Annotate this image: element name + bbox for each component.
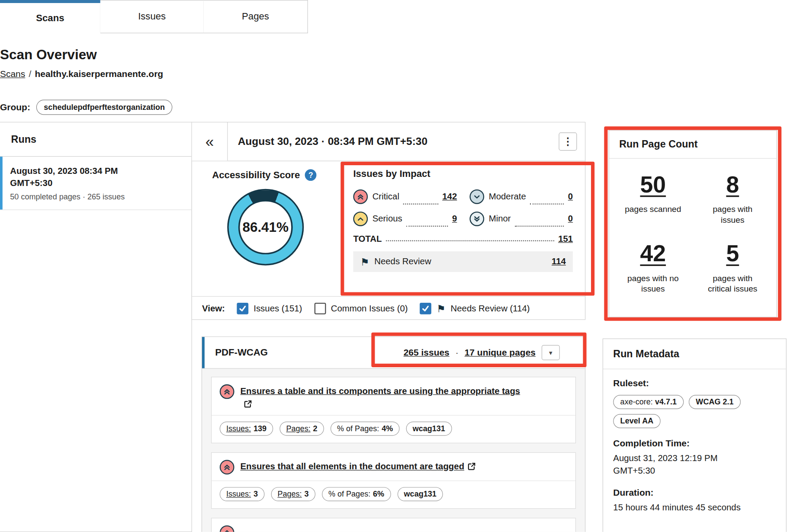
view-needs-review-option[interactable]: ⚑ Needs Review (114) <box>420 303 530 314</box>
total-count-link[interactable]: 151 <box>558 234 573 244</box>
view-issues-label: Issues (151) <box>254 303 302 314</box>
breadcrumb-separator: / <box>29 69 31 79</box>
issues-badge: Issues:3 <box>220 487 264 501</box>
page-head: Scan Overview Scans/healthy.kaiserperman… <box>0 47 163 80</box>
view-common-issues-option[interactable]: Common Issues (0) <box>314 303 408 314</box>
needs-review-checkbox[interactable] <box>420 303 432 314</box>
issues-badge-value: 3 <box>254 490 258 499</box>
view-label: View: <box>202 303 225 314</box>
runs-panel-title: Runs <box>0 122 192 157</box>
wcag-tag-value: wcag131 <box>413 424 445 433</box>
issues-count-link[interactable]: 265 issues <box>404 347 450 358</box>
chevron-down-icon: ▾ <box>549 349 552 356</box>
pages-no-issues-label: pages with no issues <box>621 273 685 295</box>
critical-icon <box>220 460 234 475</box>
run-metadata-panel: Run Metadata Ruleset: axe-core: v4.7.1 W… <box>603 339 787 532</box>
tab-pages[interactable]: Pages <box>203 0 308 33</box>
runs-panel: Runs August 30, 2023 08:34 PM GMT+5:30 5… <box>0 122 192 532</box>
tab-scans[interactable]: Scans <box>0 0 101 33</box>
wcag-tag-value: wcag131 <box>404 490 437 499</box>
chevron-double-left-icon: « <box>206 133 214 150</box>
breadcrumb-scans-link[interactable]: Scans <box>0 69 25 79</box>
dotted-leader <box>386 240 554 241</box>
tab-issues[interactable]: Issues <box>100 0 204 33</box>
wcag-tag-badge: wcag131 <box>397 487 443 501</box>
issues-by-impact-section: Issues by Impact Critical 142 <box>353 168 573 272</box>
run-list-item[interactable]: August 30, 2023 08:34 PM GMT+5:30 50 com… <box>0 157 192 210</box>
issues-badge-link[interactable]: Issues: <box>226 490 251 499</box>
tab-scans-label: Scans <box>36 13 64 24</box>
external-link-icon[interactable] <box>244 400 253 409</box>
view-issues-option[interactable]: Issues (151) <box>237 303 302 314</box>
unique-pages-link[interactable]: 17 unique pages <box>465 347 536 358</box>
serious-count-link[interactable]: 9 <box>452 213 457 224</box>
axe-core-version: v4.7.1 <box>655 397 677 406</box>
pages-scanned-link[interactable]: 50 <box>640 171 666 198</box>
completion-time-value: August 31, 2023 12:19 PM GMT+5:30 <box>613 452 754 478</box>
critical-count-link[interactable]: 142 <box>442 191 457 202</box>
ruleset-label: Ruleset: <box>613 378 776 389</box>
pages-no-issues-link[interactable]: 42 <box>640 240 666 267</box>
critical-icon <box>220 385 234 399</box>
moderate-label: Moderate <box>489 191 526 202</box>
common-issues-checkbox[interactable] <box>314 303 326 314</box>
minor-count-link[interactable]: 0 <box>568 213 573 224</box>
issues-badge: Issues:139 <box>220 422 273 436</box>
kebab-icon: ⋮ <box>563 135 573 147</box>
issues-badge-link[interactable]: Issues: <box>226 424 251 433</box>
tabbar: Scans Issues Pages <box>0 0 308 33</box>
run-actions-menu-button[interactable]: ⋮ <box>559 132 577 151</box>
pages-badge: Pages:3 <box>271 487 315 501</box>
moderate-count-link[interactable]: 0 <box>568 191 573 202</box>
run-item-subtitle: 50 completed pages · 265 issues <box>10 192 182 202</box>
pages-badge-value: 2 <box>313 424 318 433</box>
view-filter-row: View: Issues (151) Common Issues (0) <box>192 296 585 320</box>
pct-pages-badge-label: % of Pages: <box>337 424 379 433</box>
dotted-leader <box>403 203 438 204</box>
dotted-leader <box>515 226 564 227</box>
stat-pages-critical-issues: 5 pages with critical issues <box>693 240 772 295</box>
issues-by-impact-title: Issues by Impact <box>353 168 573 179</box>
needs-review-count-link[interactable]: 114 <box>552 256 566 267</box>
pages-critical-issues-link[interactable]: 5 <box>726 240 739 267</box>
run-detail-body: Accessibility Score ? 86.41% Issues by I… <box>192 161 585 320</box>
run-metadata-title: Run Metadata <box>603 339 786 369</box>
pdf-wcag-dropdown-button[interactable]: ▾ <box>542 345 560 360</box>
critical-icon <box>353 189 368 204</box>
external-link-icon[interactable] <box>467 462 476 471</box>
completion-time-label: Completion Time: <box>613 438 776 449</box>
collapse-runs-button[interactable]: « <box>192 122 228 161</box>
help-icon[interactable]: ? <box>305 169 317 181</box>
pages-with-issues-link[interactable]: 8 <box>726 171 739 198</box>
check-icon <box>238 304 247 313</box>
needs-review-label: Needs Review <box>374 256 431 267</box>
page-title: Scan Overview <box>0 47 163 63</box>
pages-critical-issues-label: pages with critical issues <box>700 273 765 295</box>
check-icon <box>421 304 430 313</box>
dotted-leader <box>406 226 448 227</box>
duration-value: 15 hours 44 minutes 45 seconds <box>613 501 754 514</box>
pct-pages-badge: % of Pages:6% <box>322 487 391 501</box>
axe-core-prefix: axe-core: <box>620 397 655 406</box>
scan-overview-page: Scans Issues Pages Scan Overview Scans/h… <box>0 0 790 532</box>
pages-badge: Pages:2 <box>279 422 324 436</box>
pdf-wcag-header: PDF-WCAG 265 issues · 17 unique pages ▾ <box>202 337 585 369</box>
pages-with-issues-label: pages with issues <box>700 204 765 226</box>
pages-badge-link[interactable]: Pages: <box>286 424 310 433</box>
needs-review-row: ⚑ Needs Review 114 <box>353 251 573 272</box>
view-needs-review-label: Needs Review (114) <box>451 303 530 314</box>
rule-title-link[interactable]: Ensures that all elements in the documen… <box>241 461 465 471</box>
pages-scanned-label: pages scanned <box>621 204 685 215</box>
run-item-title: August 30, 2023 08:34 PM GMT+5:30 <box>10 165 141 189</box>
dot-separator: · <box>456 347 459 358</box>
breadcrumb: Scans/healthy.kaiserpermanente.org <box>0 69 163 80</box>
pages-badge-link[interactable]: Pages: <box>277 490 302 499</box>
issues-checkbox[interactable] <box>237 303 249 314</box>
moderate-icon <box>469 189 484 204</box>
wcag-version-badge: WCAG 2.1 <box>689 395 741 409</box>
run-detail-panel: « August 30, 2023 · 08:34 PM GMT+5:30 ⋮ … <box>192 122 586 320</box>
run-page-count-panel: Run Page Count 50 pages scanned 8 pages … <box>609 130 777 317</box>
total-row: TOTAL 151 <box>353 234 573 244</box>
rule-title-link[interactable]: Ensures a table and its components are u… <box>241 386 520 396</box>
total-label: TOTAL <box>353 234 382 244</box>
